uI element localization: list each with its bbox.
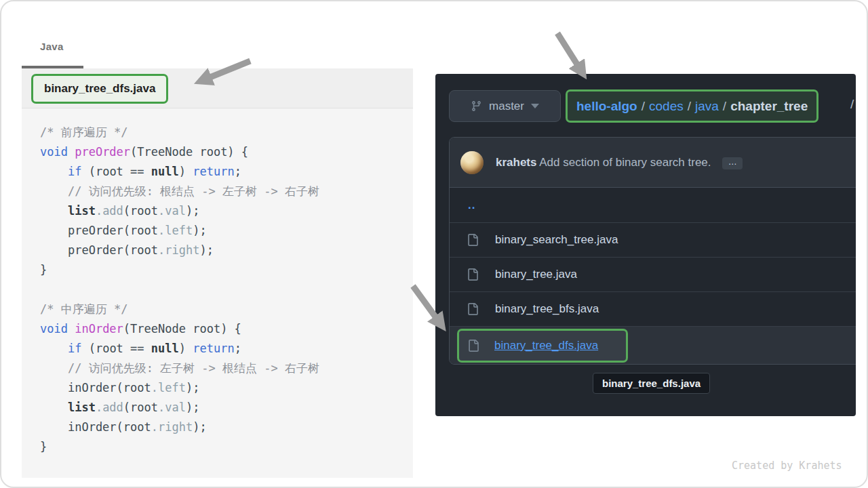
commit-text: krahets Add section of binary search tre… (496, 156, 743, 169)
file-row[interactable]: binary_tree.java (450, 257, 856, 291)
file-row[interactable]: binary_tree_bfs.java (450, 291, 856, 326)
file-name-link[interactable]: binary_tree_bfs.java (495, 302, 599, 316)
code-line: inOrder(root.right); (40, 418, 413, 437)
code-line: void preOrder(TreeNode root) { (40, 142, 413, 162)
breadcrumb-separator: / (719, 99, 730, 113)
code-line: list.add(root.val); (40, 398, 413, 418)
commit-author[interactable]: krahets (496, 156, 536, 169)
code-line: /* 前序遍历 */ (40, 123, 413, 142)
tab-java[interactable]: Java (40, 41, 64, 52)
code-line: } (40, 260, 413, 280)
file-row[interactable]: binary_tree_dfs.java (450, 326, 856, 364)
file-list: ..binary_search_tree.javabinary_tree.jav… (450, 188, 856, 364)
file-list-box: krahets Add section of binary search tre… (449, 137, 856, 365)
breadcrumb-codes[interactable]: codes (649, 99, 684, 113)
file-title: binary_tree_dfs.java (44, 82, 155, 96)
code-line (40, 280, 413, 300)
breadcrumb-java[interactable]: java (695, 99, 719, 113)
breadcrumb-separator: / (684, 99, 695, 113)
code-line: // 访问优先级: 左子树 -> 根结点 -> 右子树 (40, 359, 413, 378)
file-icon (467, 234, 479, 246)
file-name-link[interactable]: binary_search_tree.java (495, 233, 618, 247)
tooltip-text: binary_tree_dfs.java (602, 378, 701, 389)
file-icon (467, 340, 479, 352)
code-line: // 访问优先级: 根结点 -> 左子树 -> 右子树 (40, 182, 413, 201)
commit-message[interactable]: Add section of binary search tree. (539, 156, 711, 169)
file-row-parent-dir[interactable]: .. (450, 188, 856, 222)
branch-selector-button[interactable]: master (449, 90, 561, 122)
branch-name: master (489, 100, 524, 113)
code-file-header: binary_tree_dfs.java (22, 68, 413, 108)
breadcrumb-chapter_tree: chapter_tree (730, 99, 808, 113)
code-line: if (root == null) return; (40, 162, 413, 182)
avatar[interactable] (460, 151, 484, 174)
code-line: } (40, 437, 413, 457)
caret-down-icon (531, 104, 539, 108)
file-name-link[interactable]: binary_tree.java (495, 268, 577, 281)
code-line: /* 中序遍历 */ (40, 300, 413, 319)
code-area: /* 前序遍历 */void preOrder(TreeNode root) {… (22, 108, 413, 478)
breadcrumb-separator: / (637, 99, 649, 113)
breadcrumb-trailing-slash: / (850, 97, 854, 112)
code-line: if (root == null) return; (40, 339, 413, 359)
file-name-link[interactable]: binary_tree_dfs.java (494, 339, 598, 352)
filename-tooltip: binary_tree_dfs.java (593, 373, 710, 394)
file-row-highlight-box: binary_tree_dfs.java (457, 329, 628, 363)
breadcrumb: hello-algo/codes/java/chapter_tree (576, 99, 808, 114)
git-branch-icon (471, 100, 482, 112)
screenshot-card: Java binary_tree_dfs.java /* 前序遍历 */void… (0, 0, 868, 488)
file-icon (467, 268, 479, 281)
code-line: inOrder(root.left); (40, 378, 413, 398)
code-block: /* 前序遍历 */void preOrder(TreeNode root) {… (40, 123, 413, 457)
file-row[interactable]: binary_search_tree.java (450, 222, 856, 257)
breadcrumb-hello-algo[interactable]: hello-algo (576, 99, 637, 113)
file-name-link[interactable]: .. (468, 199, 475, 212)
commit-expand-button[interactable]: … (722, 157, 743, 169)
code-line: list.add(root.val); (40, 201, 413, 221)
credit-text: Created by Krahets (732, 460, 842, 472)
code-line: void inOrder(TreeNode root) { (40, 319, 413, 339)
code-line: preOrder(root.left); (40, 221, 413, 241)
code-line: preOrder(root.right); (40, 241, 413, 260)
breadcrumb-highlight-box: hello-algo/codes/java/chapter_tree (566, 89, 818, 123)
latest-commit-row: krahets Add section of binary search tre… (450, 138, 856, 188)
arrow-to-breadcrumb-icon (557, 33, 583, 74)
file-title-highlight-box: binary_tree_dfs.java (31, 74, 168, 104)
file-icon (467, 303, 479, 315)
github-file-browser: master hello-algo/codes/java/chapter_tre… (435, 74, 856, 416)
